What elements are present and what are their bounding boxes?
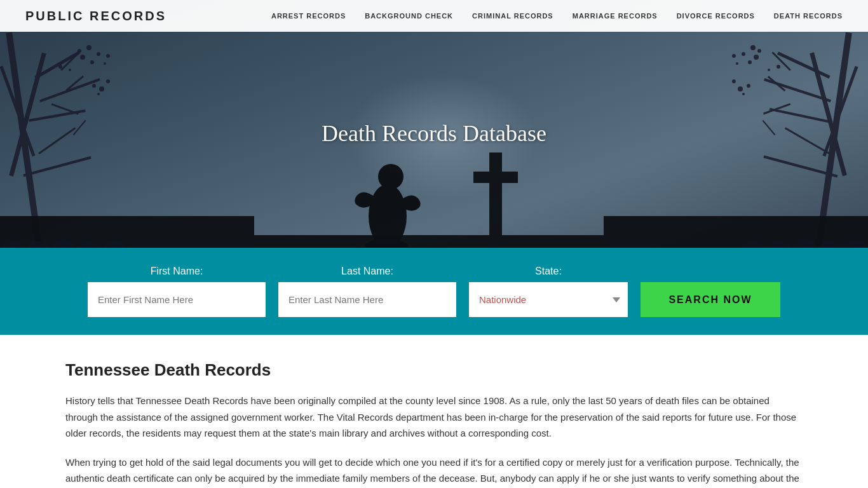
svg-point-54 [369, 184, 407, 248]
svg-point-49 [742, 93, 745, 95]
nav-death-records[interactable]: DEATH RECORDS [774, 12, 843, 20]
logo[interactable]: PUBLIC RECORDS [25, 9, 166, 24]
last-name-input[interactable] [278, 282, 456, 317]
content-paragraph-1: History tells that Tennessee Death Recor… [65, 393, 803, 442]
state-field: State: Nationwide Alabama Alaska Arizona… [469, 266, 628, 317]
svg-point-43 [750, 45, 756, 50]
svg-rect-0 [6, 32, 42, 247]
content-heading: Tennessee Death Records [65, 360, 803, 380]
nav-divorce-records[interactable]: DIVORCE RECORDS [677, 12, 755, 20]
svg-point-55 [378, 164, 403, 189]
svg-point-12 [80, 55, 85, 60]
hero-title: Death Records Database [322, 120, 546, 147]
nav-criminal-records[interactable]: CRIMINAL RECORDS [472, 12, 553, 20]
svg-rect-31 [785, 127, 830, 154]
svg-rect-53 [254, 235, 610, 248]
state-label: State: [469, 266, 628, 277]
svg-rect-5 [29, 109, 85, 122]
svg-point-39 [742, 52, 745, 56]
svg-rect-58 [473, 172, 518, 183]
svg-point-44 [776, 65, 780, 69]
svg-rect-57 [489, 152, 502, 235]
svg-point-46 [747, 84, 750, 88]
svg-rect-7 [23, 156, 91, 177]
svg-rect-34 [768, 76, 786, 92]
search-bar: First Name: Last Name: State: Nationwide… [0, 248, 868, 335]
svg-point-21 [92, 84, 96, 88]
svg-point-13 [90, 60, 94, 64]
search-now-button[interactable]: SEARCH NOW [641, 282, 780, 317]
svg-point-18 [86, 45, 92, 50]
first-name-label: First Name: [88, 266, 266, 277]
last-name-field: Last Name: [278, 266, 456, 317]
svg-point-37 [754, 55, 759, 60]
svg-point-19 [58, 65, 62, 69]
svg-point-48 [732, 79, 736, 83]
content-paragraph-2: When trying to get hold of the said lega… [65, 454, 803, 489]
svg-point-45 [768, 69, 770, 71]
nav: ARREST RECORDS BACKGROUND CHECK CRIMINAL… [271, 12, 843, 20]
svg-point-41 [736, 62, 738, 65]
svg-rect-32 [764, 156, 838, 178]
svg-point-16 [104, 62, 106, 65]
svg-point-24 [97, 93, 100, 95]
state-select-wrapper: Nationwide Alabama Alaska Arizona Arkans… [469, 282, 628, 317]
nav-marriage-records[interactable]: MARRIAGE RECORDS [573, 12, 658, 20]
hero-section: Death Records Database [0, 0, 868, 248]
svg-point-22 [99, 86, 104, 92]
svg-rect-36 [763, 120, 776, 135]
svg-point-40 [757, 49, 761, 53]
state-select[interactable]: Nationwide Alabama Alaska Arizona Arkans… [469, 282, 628, 317]
svg-rect-51 [222, 229, 254, 248]
svg-point-15 [78, 49, 81, 53]
first-name-field: First Name: [88, 266, 266, 317]
svg-point-47 [738, 86, 743, 92]
svg-point-23 [106, 79, 110, 83]
svg-point-38 [748, 60, 752, 64]
svg-point-17 [106, 54, 110, 58]
svg-rect-30 [770, 108, 832, 124]
svg-point-14 [97, 52, 100, 56]
nav-background-check[interactable]: BACKGROUND CHECK [365, 12, 453, 20]
first-name-input[interactable] [88, 282, 266, 317]
svg-point-20 [69, 69, 71, 71]
content-section: Tennessee Death Records History tells th… [34, 335, 834, 488]
svg-rect-4 [39, 78, 100, 102]
last-name-label: Last Name: [278, 266, 456, 277]
svg-rect-6 [38, 127, 76, 154]
svg-point-42 [732, 54, 736, 58]
nav-arrest-records[interactable]: ARREST RECORDS [271, 12, 346, 20]
header: PUBLIC RECORDS ARREST RECORDS BACKGROUND… [0, 0, 868, 32]
